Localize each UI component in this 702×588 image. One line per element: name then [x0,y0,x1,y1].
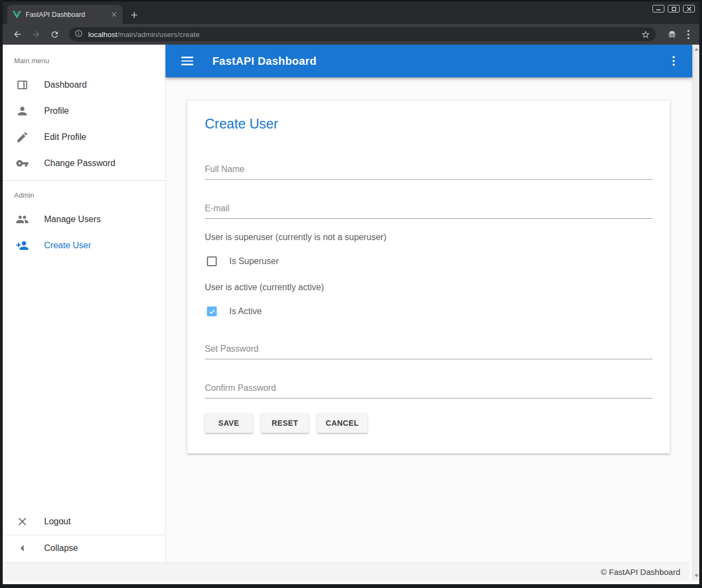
people-icon [16,213,29,226]
window-controls [652,5,695,13]
maximize-button[interactable] [668,5,680,13]
url-path: /main/admin/users/create [117,30,200,39]
is-active-label: Is Active [229,307,262,316]
sidebar-item-collapse[interactable]: Collapse [3,535,165,561]
close-x-icon [16,515,29,528]
sidebar-item-logout[interactable]: Logout [3,509,165,535]
incognito-icon [667,29,677,40]
cancel-button[interactable]: CANCEL [317,413,368,433]
site-info-icon[interactable] [75,29,83,40]
email-field-wrap [205,203,652,219]
app-footer: © FastAPI Dashboard [3,562,689,580]
confirm-password-input[interactable] [205,382,652,399]
main-area: FastAPI Dashboard Create User User is su… [166,45,692,562]
sidebar-item-manage-users[interactable]: Manage Users [3,206,165,232]
form-actions: SAVE RESET CANCEL [205,413,652,433]
full-name-field-wrap [205,163,652,180]
sidebar-header-main-menu: Main menu [3,45,165,72]
browser-tab-bar: FastAPI Dashboard [3,0,699,24]
forward-icon[interactable] [29,27,43,41]
active-hint: User is active (currently active) [205,283,652,292]
is-superuser-checkbox[interactable] [207,256,217,266]
save-button[interactable]: SAVE [205,413,253,433]
scroll-up-icon[interactable] [694,48,699,51]
is-superuser-label: Is Superuser [229,256,279,266]
browser-menu-icon[interactable] [683,30,694,39]
sidebar-item-edit-profile[interactable]: Edit Profile [3,124,165,150]
sidebar-item-label: Profile [44,106,69,116]
tab-close-icon[interactable] [109,10,118,19]
person-icon [16,105,29,118]
confirm-password-field-wrap [205,382,652,399]
sidebar: Main menu Dashboard Profile Edit Profile [3,45,166,562]
sidebar-item-label: Dashboard [44,80,87,90]
sidebar-item-label: Logout [44,517,71,526]
page-title: Create User [205,116,652,132]
active-checkbox-row: Is Active [205,307,652,316]
back-icon[interactable] [10,27,25,41]
appbar-title: FastAPI Dashboard [212,55,316,68]
is-active-checkbox[interactable] [207,307,217,316]
reload-icon[interactable] [47,27,62,41]
address-bar[interactable]: localhost/main/admin/users/create [69,27,656,41]
full-name-input[interactable] [205,163,652,180]
reset-button[interactable]: RESET [261,413,309,433]
key-icon [16,157,29,170]
vue-favicon-icon [13,11,21,19]
vertical-scrollbar[interactable] [692,45,699,580]
set-password-field-wrap [205,343,652,359]
scroll-down-icon[interactable] [694,574,699,577]
close-button[interactable] [683,5,695,13]
sidebar-item-dashboard[interactable]: Dashboard [3,72,165,98]
sidebar-item-label: Edit Profile [44,132,86,142]
superuser-checkbox-row: Is Superuser [205,256,652,266]
superuser-hint: User is superuser (currently is not a su… [205,232,652,242]
sidebar-header-admin: Admin [3,185,165,206]
new-tab-button[interactable] [127,8,141,22]
sidebar-item-label: Collapse [44,543,78,553]
sidebar-item-profile[interactable]: Profile [3,98,165,124]
dashboard-icon [16,78,29,91]
url-text: localhost/main/admin/users/create [88,30,641,39]
browser-window: FastAPI Dashboard [0,0,702,588]
hamburger-menu-icon[interactable] [174,48,200,74]
bookmark-star-icon[interactable] [641,30,650,39]
url-host: localhost [88,30,117,39]
pencil-icon [16,131,29,144]
page-body: Create User User is superuser (currently… [166,77,692,562]
person-add-icon [16,239,29,252]
sidebar-item-label: Change Password [44,158,115,168]
appbar-overflow-icon[interactable] [664,51,683,71]
sidebar-item-create-user[interactable]: Create User [3,232,165,259]
create-user-card: Create User User is superuser (currently… [187,101,670,454]
app-bar: FastAPI Dashboard [166,45,692,77]
browser-tab[interactable]: FastAPI Dashboard [7,5,123,24]
set-password-input[interactable] [205,343,652,359]
chevron-left-icon [16,542,29,555]
sidebar-item-change-password[interactable]: Change Password [3,150,165,176]
email-input[interactable] [205,203,652,219]
sidebar-item-label: Manage Users [44,215,101,224]
page-content: Main menu Dashboard Profile Edit Profile [3,45,699,562]
browser-toolbar: localhost/main/admin/users/create [3,24,699,45]
sidebar-divider [3,180,165,181]
tab-title: FastAPI Dashboard [26,11,109,19]
sidebar-bottom: Logout Collapse [3,509,165,561]
minimize-button[interactable] [652,5,664,13]
sidebar-item-label: Create User [44,241,91,250]
copyright-text: © FastAPI Dashboard [601,567,680,577]
